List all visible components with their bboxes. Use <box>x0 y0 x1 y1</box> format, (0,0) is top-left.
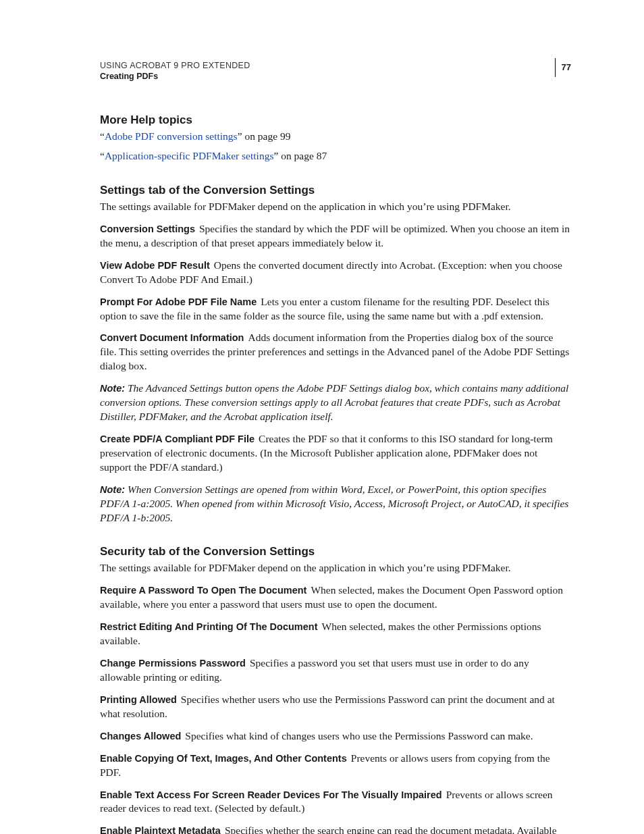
security-tab-heading: Security tab of the Conversion Settings <box>100 545 571 558</box>
security-require-password: Require A Password To Open The DocumentW… <box>100 583 571 612</box>
help-ref-2: “Application-specific PDFMaker settings”… <box>100 149 571 163</box>
page-number: 77 <box>555 58 571 77</box>
security-enable-plaintext-metadata: Enable Plaintext MetadataSpecifies wheth… <box>100 824 571 834</box>
security-intro: The settings available for PDFMaker depe… <box>100 561 571 575</box>
security-enable-copying: Enable Copying Of Text, Images, And Othe… <box>100 752 571 780</box>
settings-tab-section: Settings tab of the Conversion Settings … <box>100 184 571 525</box>
settings-tab-heading: Settings tab of the Conversion Settings <box>100 184 571 197</box>
document-page: USING ACROBAT 9 PRO EXTENDED Creating PD… <box>0 0 644 834</box>
more-help-heading: More Help topics <box>100 113 571 127</box>
setting-conversion-settings: Conversion SettingsSpecifies the standar… <box>100 222 571 251</box>
setting-pdfa-compliant: Create PDF/A Compliant PDF FileCreates t… <box>100 432 571 475</box>
more-help-section: More Help topics “Adobe PDF conversion s… <box>100 113 571 163</box>
page-header: USING ACROBAT 9 PRO EXTENDED Creating PD… <box>100 59 571 81</box>
security-printing-allowed: Printing AllowedSpecifies whether users … <box>100 693 571 721</box>
setting-prompt-filename: Prompt For Adobe PDF File NameLets you e… <box>100 295 571 323</box>
setting-view-result: View Adobe PDF ResultOpens the converted… <box>100 259 571 287</box>
doc-chapter: Creating PDFs <box>100 72 571 81</box>
security-tab-section: Security tab of the Conversion Settings … <box>100 545 571 834</box>
settings-note-2: Note: When Conversion Settings are opene… <box>100 483 571 525</box>
link-app-specific-pdfmaker[interactable]: Application-specific PDFMaker settings <box>105 150 274 161</box>
security-changes-allowed: Changes AllowedSpecifies what kind of ch… <box>100 729 571 744</box>
setting-convert-doc-info: Convert Document InformationAdds documen… <box>100 331 571 373</box>
doc-title: USING ACROBAT 9 PRO EXTENDED <box>100 59 571 72</box>
settings-note-1: Note: The Advanced Settings button opens… <box>100 382 571 424</box>
security-enable-screen-reader: Enable Text Access For Screen Reader Dev… <box>100 788 571 816</box>
security-change-password: Change Permissions PasswordSpecifies a p… <box>100 656 571 685</box>
link-adobe-pdf-conversion[interactable]: Adobe PDF conversion settings <box>105 130 238 142</box>
help-ref-1: “Adobe PDF conversion settings” on page … <box>100 130 571 144</box>
security-restrict-editing: Restrict Editing And Printing Of The Doc… <box>100 620 571 648</box>
settings-intro: The settings available for PDFMaker depe… <box>100 200 571 214</box>
